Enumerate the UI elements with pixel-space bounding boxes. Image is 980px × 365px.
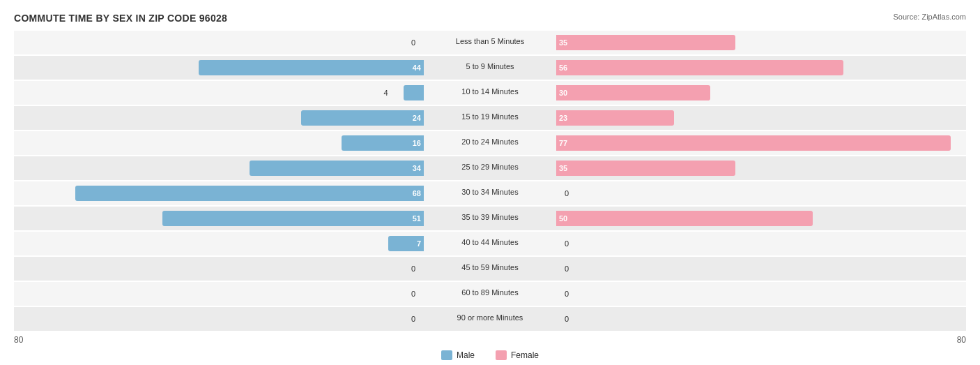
female-swatch bbox=[496, 350, 507, 360]
legend-female: Female bbox=[496, 350, 539, 360]
axis-label-left: 80 bbox=[14, 335, 23, 345]
bar-row: 2415 to 19 Minutes23 bbox=[14, 106, 966, 130]
male-bar: 7 bbox=[388, 236, 424, 251]
chart-header: COMMUTE TIME BY SEX IN ZIP CODE 96028 So… bbox=[14, 13, 966, 24]
bar-row: 740 to 44 Minutes0 bbox=[14, 232, 966, 255]
female-bar-label: 56 bbox=[559, 64, 567, 72]
male-bar: 44 bbox=[199, 60, 424, 75]
female-bar: 56 bbox=[556, 60, 843, 75]
male-bar-label: 0 bbox=[411, 315, 415, 323]
bar-row: 6830 to 34 Minutes0 bbox=[14, 181, 966, 205]
male-bar: 24 bbox=[301, 110, 424, 126]
female-bar-label: 23 bbox=[559, 114, 567, 122]
female-bar: 23 bbox=[556, 110, 674, 126]
male-bar-label: 0 bbox=[411, 290, 415, 298]
axis-bottom: 80 80 bbox=[14, 335, 966, 345]
female-bar: 30 bbox=[556, 85, 710, 100]
male-bar-label: 0 bbox=[411, 265, 415, 273]
male-bar: 68 bbox=[75, 186, 424, 201]
male-bar: 34 bbox=[250, 161, 424, 176]
male-bar-label: 51 bbox=[413, 214, 421, 223]
male-bar-label: 34 bbox=[413, 164, 421, 172]
chart-source: Source: ZipAtlas.com bbox=[893, 13, 966, 21]
bar-row: 060 to 89 Minutes0 bbox=[14, 282, 966, 306]
female-bar: 35 bbox=[556, 35, 735, 50]
male-bar: 4 bbox=[404, 85, 424, 100]
male-bar-label: 7 bbox=[417, 239, 421, 248]
legend: Male Female bbox=[14, 350, 966, 360]
male-bar: 16 bbox=[342, 135, 424, 151]
male-bar-label: 24 bbox=[413, 114, 421, 122]
legend-female-label: Female bbox=[511, 350, 539, 360]
male-swatch bbox=[441, 350, 452, 360]
bar-row: 1620 to 24 Minutes77 bbox=[14, 131, 966, 155]
female-bar-label: 50 bbox=[559, 214, 567, 223]
male-bar-label: 68 bbox=[413, 189, 421, 198]
female-bar: 50 bbox=[556, 211, 813, 226]
male-bar: 51 bbox=[162, 211, 424, 226]
bar-row: 445 to 9 Minutes56 bbox=[14, 56, 966, 80]
female-bar-label: 30 bbox=[559, 89, 567, 97]
male-bar-label: 44 bbox=[413, 64, 421, 72]
female-bar-label: 35 bbox=[559, 164, 567, 172]
axis-label-right: 80 bbox=[957, 335, 966, 345]
bars-area: 0Less than 5 Minutes35445 to 9 Minutes56… bbox=[14, 31, 966, 331]
female-bar-label: 0 bbox=[565, 265, 569, 273]
legend-male: Male bbox=[441, 350, 475, 360]
bar-row: 0Less than 5 Minutes35 bbox=[14, 31, 966, 54]
female-bar-label: 0 bbox=[565, 315, 569, 323]
chart-container: COMMUTE TIME BY SEX IN ZIP CODE 96028 So… bbox=[0, 0, 980, 365]
male-bar-label: 0 bbox=[411, 38, 415, 47]
chart-title: COMMUTE TIME BY SEX IN ZIP CODE 96028 bbox=[14, 13, 227, 24]
bar-row: 410 to 14 Minutes30 bbox=[14, 81, 966, 105]
female-bar: 35 bbox=[556, 161, 735, 176]
legend-male-label: Male bbox=[457, 350, 475, 360]
female-bar-label: 0 bbox=[565, 239, 569, 248]
bar-row: 090 or more Minutes0 bbox=[14, 307, 966, 331]
bar-row: 5135 to 39 Minutes50 bbox=[14, 207, 966, 230]
female-bar-label: 35 bbox=[559, 38, 567, 47]
bar-row: 3425 to 29 Minutes35 bbox=[14, 156, 966, 180]
female-bar-label: 0 bbox=[565, 290, 569, 298]
female-bar-label: 0 bbox=[565, 189, 569, 198]
male-bar-label: 16 bbox=[413, 139, 421, 147]
female-bar-label: 77 bbox=[559, 139, 567, 147]
female-bar: 77 bbox=[556, 135, 951, 151]
male-bar-label: 4 bbox=[384, 89, 388, 97]
bar-row: 045 to 59 Minutes0 bbox=[14, 257, 966, 281]
